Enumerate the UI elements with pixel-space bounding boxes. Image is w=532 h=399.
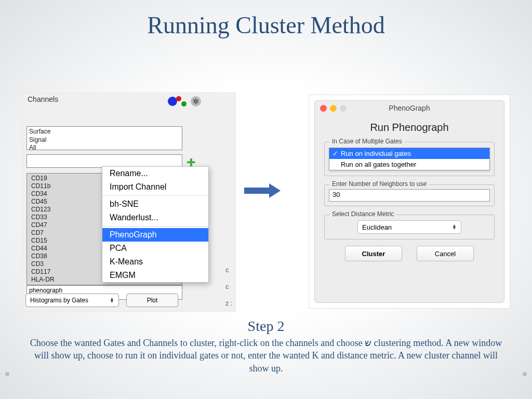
menu-item[interactable]: PhenoGraph	[102, 228, 208, 242]
axis-label: c	[225, 267, 229, 274]
arrow-icon	[244, 185, 281, 196]
menu-item[interactable]: EMGM	[102, 269, 208, 282]
axis-label: c	[225, 283, 229, 290]
metric-fieldset: Select Distance Metric Euclidean ▲▼	[324, 215, 495, 240]
list-item[interactable]: Signal	[29, 136, 180, 144]
dropdown-option[interactable]: Run on all gates together	[329, 159, 489, 170]
histogram-mode-select[interactable]: Histograms by Gates ▲▼	[25, 294, 119, 307]
menu-item[interactable]: K-Means	[102, 255, 208, 269]
slide-title: Running Cluster Method	[0, 0, 532, 39]
step-heading: Step 2	[0, 318, 532, 335]
phenograph-dialog: PhenoGraph Run Phenograph In Case of Mul…	[309, 95, 510, 309]
context-menu[interactable]: Rename...Import Channelbh-SNEWanderlust.…	[102, 166, 209, 283]
fieldset-legend: In Case of Multiple Gates	[330, 138, 404, 145]
pager-dot-icon	[523, 372, 527, 376]
fieldset-legend: Select Distance Metric	[330, 210, 396, 218]
fieldset-legend: Enter Number of Neighbors to use	[330, 180, 429, 188]
distance-metric-select[interactable]: Euclidean ▲▼	[357, 220, 461, 234]
axis-label: z :	[225, 300, 232, 307]
menu-item[interactable]: bh-SNE	[102, 197, 208, 211]
zoom-icon[interactable]	[340, 105, 347, 112]
close-icon[interactable]	[320, 105, 327, 112]
cluster-button[interactable]: Cluster	[345, 246, 402, 261]
histogram-mode-label: Histograms by Gates	[30, 297, 88, 304]
dialog-heading: Run Phenograph	[315, 122, 504, 134]
chevron-updown-icon: ▲▼	[110, 298, 114, 303]
neighbors-input[interactable]: 30	[329, 189, 490, 202]
pager-dot-icon	[5, 372, 9, 376]
multiple-gates-fieldset: In Case of Multiple Gates Run on individ…	[324, 142, 495, 176]
axis-label-stack: c c z :	[225, 267, 232, 307]
menu-item[interactable]: Import Channel	[102, 180, 208, 194]
cancel-button[interactable]: Cancel	[417, 246, 474, 261]
preset-list[interactable]: Surface Signal All	[26, 126, 182, 150]
neighbors-fieldset: Enter Number of Neighbors to use 30	[324, 184, 495, 206]
plot-button[interactable]: Plot	[126, 294, 178, 307]
list-item[interactable]: Surface	[29, 128, 180, 136]
gate-mode-dropdown[interactable]: Run on individual gates Run on all gates…	[329, 148, 490, 170]
chevron-updown-icon: ▲▼	[452, 224, 457, 230]
minimize-icon[interactable]	[330, 105, 337, 112]
menu-item[interactable]: PCA	[102, 242, 208, 255]
step-body: Choose the wanted Gates and Channels to …	[26, 337, 506, 375]
menu-item[interactable]: Wanderlust...	[102, 211, 208, 224]
red-dot-icon	[176, 96, 181, 101]
window-traffic-lights[interactable]	[320, 105, 347, 112]
dropdown-option[interactable]: Run on individual gates	[329, 148, 489, 159]
channels-label: Channels	[28, 95, 58, 103]
menu-item[interactable]: Rename...	[102, 167, 208, 180]
select-value: Euclidean	[362, 223, 392, 231]
list-item[interactable]: All	[29, 144, 180, 150]
